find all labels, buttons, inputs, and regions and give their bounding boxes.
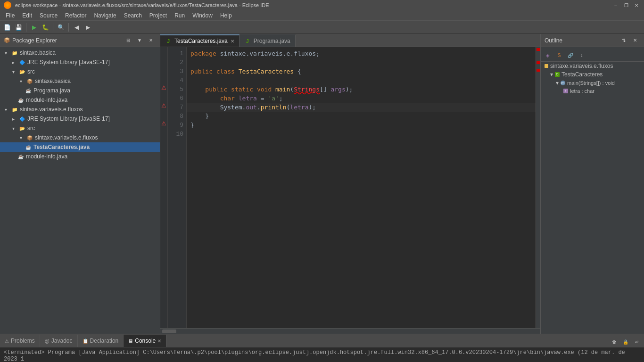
tree-item-sintaxe-basica[interactable]: ▾ 📁 sintaxe.basica [0, 48, 160, 58]
package-icon: 📦 [26, 134, 33, 141]
package-icon [545, 64, 548, 68]
code-line-1: package sintaxe.variaveis.e.fluxos; [190, 49, 532, 58]
debug-button[interactable]: 🐛 [40, 22, 50, 33]
menu-help[interactable]: Help [216, 11, 236, 20]
maximize-button[interactable]: ❐ [622, 1, 630, 9]
package-explorer-title: 📦 Package Explorer [4, 37, 57, 44]
toolbar: 📄 💾 ▶ 🐛 🔍 ◀ ▶ [0, 21, 644, 34]
clear-console-button[interactable]: 🗑 [609, 337, 619, 347]
marker-6 [160, 92, 167, 101]
outline-link-editor[interactable]: 🔗 [565, 50, 576, 60]
scroll-lock-button[interactable]: 🔒 [620, 337, 631, 347]
menu-run[interactable]: Run [171, 11, 189, 20]
line-num-4: 4 [168, 76, 183, 85]
tab-label: Javadoc [51, 337, 73, 344]
line-num-5: 5 [168, 85, 183, 94]
tree-item-sintaxe-variaveis[interactable]: ▾ 📁 sintaxe.variaveis.e.fluxos [0, 105, 160, 114]
tab-label: Declaration [90, 337, 119, 344]
toolbar-separator-3 [68, 23, 69, 32]
menu-project[interactable]: Project [146, 11, 171, 20]
tree-item-testa-caracteres[interactable]: ☕ TestaCaracteres.java [0, 142, 160, 152]
error-marker-top [537, 48, 540, 51]
back-button[interactable]: ◀ [71, 22, 82, 33]
console-icon: 🖥 [128, 338, 133, 344]
expand-icon: ▾ [2, 49, 9, 57]
code-editor[interactable]: package sintaxe.variaveis.e.fluxos; publ… [187, 47, 536, 328]
tree-item-module-variaveis[interactable]: ☕ module-info.java [0, 152, 160, 161]
line-num-2: 2 [168, 58, 183, 67]
tab-close-button[interactable]: ✕ [231, 39, 234, 44]
error-marker-mid [537, 61, 540, 64]
outline-label: TestaCaracteres [561, 71, 603, 78]
outline-hide-static[interactable]: S [554, 50, 564, 60]
tab-console[interactable]: 🖥 Console ✕ [124, 335, 166, 347]
menu-search[interactable]: Search [120, 11, 146, 20]
expand-icon: ▾ [2, 106, 9, 113]
menu-refactor[interactable]: Refactor [61, 11, 90, 20]
outline-label: letra : char [570, 88, 594, 94]
pe-menu-button[interactable]: ▼ [134, 35, 145, 46]
outline-item-method[interactable]: ▾ m main(Strings[]) : void [541, 79, 644, 87]
line-num-1: 1 [168, 49, 183, 58]
tree-item-jre-basica[interactable]: ▸ 🔷 JRE System Library [JavaSE-17] [0, 58, 160, 67]
console-close-button[interactable]: ✕ [157, 338, 161, 344]
outline-hide-fields[interactable]: ◈ [543, 50, 553, 60]
tree-item-src-variaveis[interactable]: ▾ 📂 src [0, 123, 160, 133]
java-file-icon: ☕ [25, 143, 32, 151]
search-button[interactable]: 🔍 [56, 22, 66, 33]
outline-item-package[interactable]: sintaxe.variaveis.e.fluxos [541, 62, 644, 70]
minimize-button[interactable]: – [612, 1, 619, 9]
tab-programa[interactable]: J Programa.java [239, 34, 296, 47]
run-button[interactable]: ▶ [29, 22, 39, 33]
outline-sort-items[interactable]: ↕ [577, 50, 587, 60]
outline-close-button[interactable]: ✕ [630, 35, 640, 46]
menu-navigate[interactable]: Navigate [90, 11, 120, 20]
outline-item-field[interactable]: f letra : char [541, 87, 644, 95]
eclipse-logo-icon [4, 1, 11, 9]
close-window-button[interactable]: ✕ [633, 1, 640, 9]
tab-label: TestaCaracteres.java [174, 38, 228, 44]
tree-item-src-basica[interactable]: ▾ 📂 src [0, 67, 160, 76]
tree-item-programa-java[interactable]: ☕ Programa.java [0, 86, 160, 95]
marker-5: ⚠ [160, 83, 167, 92]
outline-sort-button[interactable]: ⇅ [619, 35, 629, 46]
window-controls: – ❐ ✕ [612, 1, 640, 9]
forward-button[interactable]: ▶ [83, 22, 93, 33]
tab-testa-caracteres[interactable]: J TestaCaracteres.java ✕ [160, 34, 239, 47]
code-line-6: char letra = 'a'; [190, 94, 532, 103]
outline-item-class[interactable]: ▾ C TestaCaracteres [541, 70, 644, 79]
tree-item-jre-variaveis[interactable]: ▸ 🔷 JRE System Library [JavaSE-17] [0, 114, 160, 123]
code-line-3: public class TestaCaracteres { [190, 67, 532, 76]
pe-collapse-button[interactable]: ⊟ [123, 35, 133, 46]
tab-declaration[interactable]: 📋 Declaration [78, 335, 124, 347]
expand-icon: ▾ [17, 134, 25, 141]
code-line-8: } [190, 112, 532, 121]
pe-close-button[interactable]: ✕ [146, 35, 156, 46]
editor-horizontal-scrollbar[interactable] [160, 328, 540, 334]
tab-javadoc[interactable]: @ Javadoc [40, 335, 78, 347]
word-wrap-button[interactable]: ↵ [632, 337, 642, 347]
tree-item-package-basica[interactable]: ▾ 📦 sintaxe.basica [0, 76, 160, 86]
editor-scrollbar[interactable] [536, 47, 540, 328]
tree-label: module-info.java [26, 153, 67, 160]
marker-10 [160, 128, 167, 137]
menu-source[interactable]: Source [36, 11, 61, 20]
menu-window[interactable]: Window [189, 11, 216, 20]
editor-content[interactable]: ⚠ ⚠ ⚠ 1 2 3 4 5 6 7 8 9 10 [160, 47, 540, 328]
tree-item-package-variaveis[interactable]: ▾ 📦 sintaxe.variaveis.e.fluxos [0, 133, 160, 142]
package-explorer-controls: ⊟ ▼ ✕ [123, 35, 156, 46]
code-line-7: System.out.println(letra); [187, 103, 536, 112]
scrollbar-thumb [162, 329, 176, 333]
new-button[interactable]: 📄 [2, 22, 12, 33]
expand-icon: ▾ [9, 68, 17, 75]
save-button[interactable]: 💾 [13, 22, 24, 33]
code-line-2 [190, 58, 532, 67]
outline-controls: ⇅ ✕ [619, 35, 640, 46]
menu-edit[interactable]: Edit [18, 11, 36, 20]
marker-4 [160, 74, 167, 83]
menu-file[interactable]: File [2, 11, 18, 20]
tree-item-module-basica[interactable]: ☕ module-info.java [0, 95, 160, 105]
folder-icon: 📂 [18, 124, 26, 132]
tab-problems[interactable]: ⚠ Problems [0, 335, 40, 347]
editor-tabs: J TestaCaracteres.java ✕ J Programa.java [160, 34, 540, 47]
